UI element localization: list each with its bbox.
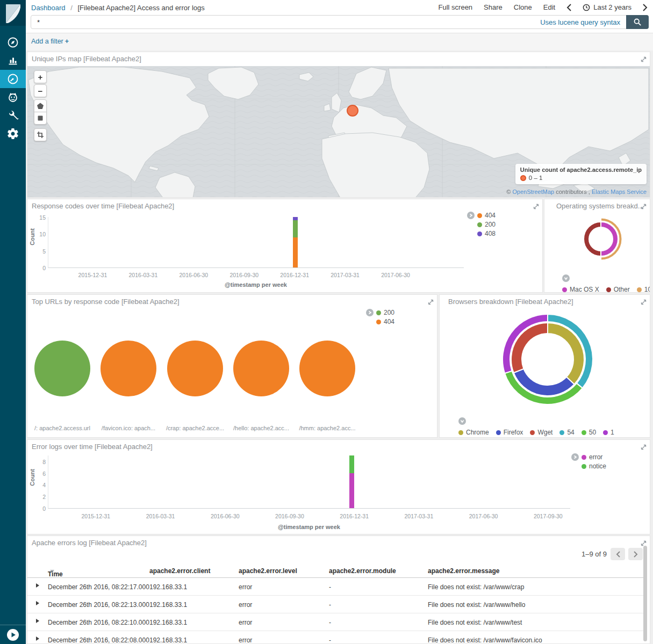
legend-dot	[559, 430, 564, 435]
dashboard-gauge-icon	[6, 73, 19, 85]
legend-collapse-icon[interactable]	[366, 309, 374, 316]
sidebar-item-timelion[interactable]	[0, 88, 26, 106]
map-zoom-in-button[interactable]: +	[34, 70, 47, 83]
sidebar-item-visualize[interactable]	[0, 52, 26, 70]
panel-title: Browsers breakdown [Filebeat Apache2]	[448, 298, 573, 306]
full-screen-button[interactable]: Full screen	[439, 3, 473, 11]
y-tick-label: 5	[42, 248, 46, 255]
bar-segment-404[interactable]	[293, 237, 298, 267]
time-picker[interactable]: Last 2 years	[583, 3, 632, 11]
map-fit-bounds-button[interactable]	[34, 128, 47, 141]
sidebar-item-management[interactable]	[0, 125, 26, 143]
x-tick-label: 2016-06-30	[179, 272, 208, 278]
chart-legend: Mac OS XOther10	[562, 274, 650, 293]
legend-collapse-icon[interactable]	[562, 274, 650, 282]
sidebar-item-dashboard[interactable]	[0, 70, 26, 88]
legend-item[interactable]: Chrome	[458, 429, 489, 436]
column-header-time[interactable]: Time	[48, 567, 54, 575]
bar-segment-error[interactable]	[349, 473, 354, 508]
table-scrollbar[interactable]	[643, 546, 647, 641]
edit-button[interactable]: Edit	[543, 3, 555, 11]
lucene-syntax-link[interactable]: Uses lucene query syntax	[540, 18, 620, 26]
column-header-client[interactable]: apache2.error.client	[149, 567, 210, 575]
search-input[interactable]: *	[31, 18, 540, 26]
legend-dot	[458, 430, 463, 435]
pie-chart-404[interactable]	[233, 341, 289, 396]
x-tick-label: 2016-03-31	[129, 272, 158, 278]
clone-button[interactable]: Clone	[514, 3, 532, 11]
osm-link[interactable]: OpenStreetMap	[513, 189, 555, 195]
legend-label: 200	[384, 309, 394, 316]
legend-item[interactable]: Mac OS X	[562, 286, 599, 293]
map-draw-polygon-button[interactable]	[34, 99, 47, 112]
legend-item[interactable]: Wget	[530, 429, 552, 436]
legend-item[interactable]: 408	[477, 230, 496, 237]
legend-label: 50	[589, 429, 596, 436]
pie-chart-404[interactable]	[101, 341, 156, 396]
sidebar-item-dev-tools[interactable]	[0, 106, 26, 125]
filter-bar: Add a filter+	[26, 33, 653, 50]
legend-collapse-icon[interactable]	[458, 417, 614, 425]
map-marker[interactable]	[347, 105, 358, 117]
search-button[interactable]	[626, 15, 649, 29]
expand-panel-icon[interactable]	[641, 56, 647, 62]
legend-item[interactable]: error	[582, 453, 606, 461]
pie-chart-200[interactable]	[34, 341, 90, 396]
os-donut-chart[interactable]	[578, 216, 623, 262]
chart-legend: ChromeFirefoxWget54501	[458, 417, 614, 436]
legend-item[interactable]: 200	[477, 221, 496, 228]
legend-collapse-icon[interactable]	[467, 212, 475, 219]
time-forward-button[interactable]	[643, 4, 648, 11]
bar-segment-notice[interactable]	[349, 455, 354, 473]
expand-panel-icon[interactable]	[428, 299, 434, 305]
bar-segment-200[interactable]	[293, 220, 298, 237]
pie-chart-404[interactable]	[299, 341, 355, 396]
expand-panel-icon[interactable]	[533, 204, 539, 209]
browsers-donut-chart[interactable]	[500, 312, 595, 407]
pagination-prev-button[interactable]	[611, 548, 625, 560]
legend-item[interactable]: 200	[376, 309, 394, 316]
ems-link[interactable]: Elastic Maps Service	[592, 189, 647, 195]
panel-title: Unique IPs map [Filebeat Apache2]	[32, 55, 141, 63]
column-header-message[interactable]: apache2.error.message	[428, 567, 499, 575]
row-expand-caret[interactable]	[36, 601, 39, 605]
row-expand-caret[interactable]	[36, 636, 39, 641]
legend-item[interactable]: 404	[477, 212, 496, 219]
y-tick-label: 0	[42, 505, 46, 512]
legend-item[interactable]: 1	[603, 429, 614, 436]
bar-segment-408[interactable]	[293, 217, 298, 220]
sidebar-item-discover[interactable]	[0, 33, 26, 52]
sidebar-collapse-button[interactable]	[0, 625, 26, 644]
legend-item[interactable]: Firefox	[496, 429, 523, 436]
time-range-label: Last 2 years	[593, 3, 632, 11]
legend-item[interactable]: 404	[376, 318, 394, 325]
time-back-button[interactable]	[566, 4, 571, 11]
row-expand-caret[interactable]	[36, 583, 39, 588]
column-header-level[interactable]: apache2.error.level	[239, 567, 297, 575]
add-filter-link[interactable]: Add a filter+	[31, 38, 69, 45]
column-header-module[interactable]: apache2.error.module	[329, 567, 396, 575]
sidebar	[0, 0, 26, 644]
legend-item[interactable]: 54	[559, 429, 574, 436]
donut-slice-Other[interactable]	[584, 222, 601, 256]
legend-item[interactable]: 10	[637, 286, 650, 293]
expand-panel-icon[interactable]	[641, 204, 647, 209]
breadcrumb-dashboard-link[interactable]: Dashboard	[31, 4, 66, 12]
y-axis-ticks: 02468	[35, 455, 46, 509]
map-draw-rectangle-button[interactable]	[34, 112, 47, 125]
world-map[interactable]: + − Unique count of apache2.access.remot…	[27, 66, 650, 197]
legend-item[interactable]: Other	[606, 286, 630, 293]
pie-label: /: apache2.access.url	[29, 425, 96, 431]
legend-item[interactable]: notice	[582, 462, 606, 470]
expand-panel-icon[interactable]	[641, 540, 647, 546]
row-expand-caret[interactable]	[36, 619, 39, 623]
expand-panel-icon[interactable]	[641, 444, 647, 450]
kibana-logo[interactable]	[0, 0, 26, 26]
expand-panel-icon[interactable]	[641, 299, 647, 305]
share-button[interactable]: Share	[484, 3, 503, 11]
pie-chart-404[interactable]	[167, 341, 223, 396]
pagination-next-button[interactable]	[628, 548, 643, 560]
legend-item[interactable]: 50	[582, 429, 596, 436]
legend-collapse-icon[interactable]	[571, 453, 579, 461]
map-zoom-out-button[interactable]: −	[34, 84, 47, 97]
